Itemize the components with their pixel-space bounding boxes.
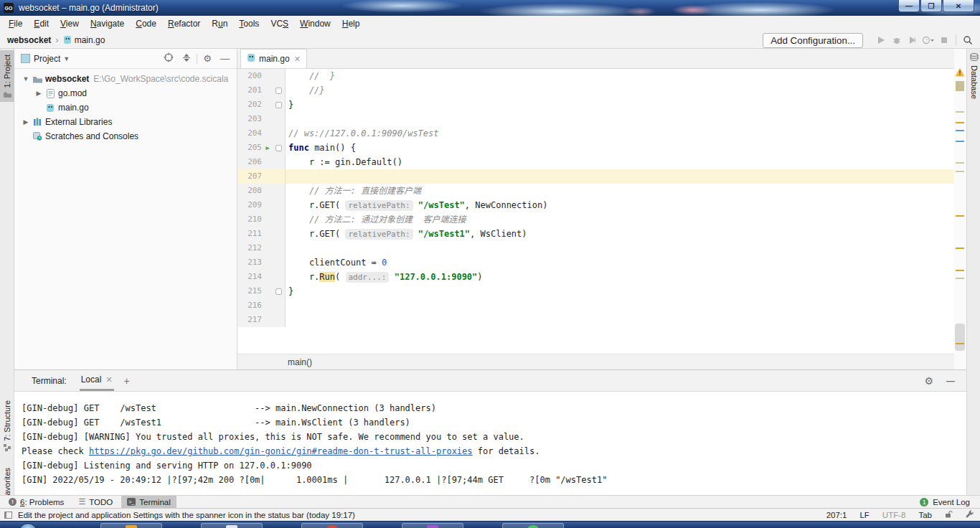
stripe-mark[interactable] xyxy=(956,215,964,217)
code-line-208[interactable]: 208 // 方法一: 直接创建客户端 xyxy=(237,184,955,198)
gutter-line-204[interactable]: 204 xyxy=(237,126,286,141)
start-button[interactable] xyxy=(19,523,37,528)
terminal-settings-gear-icon[interactable]: ⚙ xyxy=(924,375,933,387)
taskbar-app-1[interactable] xyxy=(100,523,162,528)
tree-item-go-mod[interactable]: ▶go.mod xyxy=(14,86,237,100)
gutter-line-215[interactable]: 215 xyxy=(237,284,286,298)
status-message[interactable]: Edit the project and application Setting… xyxy=(18,511,355,519)
add-configuration-button[interactable]: Add Configuration... xyxy=(763,33,863,48)
code-line-206[interactable]: 206 r := gin.Default() xyxy=(237,155,955,169)
code-line-201[interactable]: 201 //} xyxy=(237,83,955,98)
gutter-line-207[interactable]: 207 xyxy=(237,169,286,184)
gutter-line-216[interactable]: 216 xyxy=(237,298,286,313)
wrench-icon[interactable] xyxy=(966,510,974,520)
code-line-207[interactable]: 207 xyxy=(237,169,955,184)
stripe-mark[interactable] xyxy=(956,141,964,142)
code-line-200[interactable]: 200 // } xyxy=(237,69,955,83)
stripe-mark[interactable] xyxy=(956,343,964,344)
terminal-link[interactable]: https://pkg.go.dev/github.com/gin-gonic/… xyxy=(89,446,473,456)
tree-item-main-go[interactable]: main.go xyxy=(14,100,237,115)
code-editor[interactable]: 200 // }201 //}202}203204// ws://127.0.0… xyxy=(237,69,955,354)
stripe-mark[interactable] xyxy=(956,278,964,279)
code-line-213[interactable]: 213 clientCount = 0 xyxy=(237,255,955,270)
code-line-205[interactable]: 205▶func main() { xyxy=(237,141,955,155)
fold-marker-icon[interactable] xyxy=(273,145,283,151)
close-button[interactable]: ✕ xyxy=(943,0,974,12)
gutter-line-208[interactable]: 208 xyxy=(237,184,286,198)
taskbar-app-4[interactable] xyxy=(402,523,463,528)
gutter-line-214[interactable]: 214 xyxy=(237,270,286,284)
indent-style[interactable]: Tab xyxy=(918,511,932,519)
menu-item-code[interactable]: Code xyxy=(130,16,162,31)
menu-item-view[interactable]: View xyxy=(55,16,85,31)
code-line-203[interactable]: 203 xyxy=(237,112,955,126)
menu-item-run[interactable]: Run xyxy=(206,16,233,31)
locate-file-icon[interactable] xyxy=(164,52,174,65)
stripe-mark[interactable] xyxy=(956,171,964,172)
code-line-214[interactable]: 214 r.Run( addr...: "127.0.0.1:9090") xyxy=(237,270,955,284)
stripe-mark[interactable] xyxy=(956,270,964,271)
tool-tab-structure[interactable]: 7: Structure xyxy=(0,400,14,461)
taskbar-app-3[interactable] xyxy=(301,523,363,528)
hide-terminal-icon[interactable]: — xyxy=(946,376,955,386)
lock-icon[interactable] xyxy=(945,510,953,519)
breadcrumb-item-websocket[interactable]: websocket xyxy=(7,35,51,45)
tree-item-websocket[interactable]: ▼websocketE:\Go_WorkSpace\src\code.scica… xyxy=(14,72,237,86)
toolbar-problems[interactable]: ! 6: Problems xyxy=(3,496,70,509)
menu-item-file[interactable]: File xyxy=(3,16,28,31)
close-terminal-tab-icon[interactable]: ✕ xyxy=(105,375,112,385)
gutter-line-213[interactable]: 213 xyxy=(237,255,286,270)
caret-position[interactable]: 207:1 xyxy=(826,511,847,519)
stripe-mark[interactable] xyxy=(956,111,964,113)
stripe-mark[interactable] xyxy=(956,162,964,164)
project-view-selector[interactable]: Project xyxy=(34,54,60,64)
tree-item-scratches-and-consoles[interactable]: Scratches and Consoles xyxy=(14,129,237,143)
stripe-mark[interactable] xyxy=(956,122,964,123)
code-line-215[interactable]: 215} xyxy=(237,284,955,298)
fold-marker-icon[interactable] xyxy=(273,288,283,295)
gutter-line-202[interactable]: 202 xyxy=(237,98,286,112)
tool-window-toggle-icon[interactable] xyxy=(4,512,12,519)
run-main-icon[interactable]: ▶ xyxy=(262,141,273,155)
minimize-button[interactable]: — xyxy=(898,0,920,12)
close-tab-icon[interactable]: ✕ xyxy=(294,55,301,64)
fold-marker-icon[interactable] xyxy=(273,102,283,108)
menu-item-edit[interactable]: Edit xyxy=(28,16,55,31)
tool-tab-database[interactable]: Database xyxy=(967,53,980,99)
fold-marker-icon[interactable] xyxy=(273,88,283,94)
gear-icon[interactable]: ⚙ xyxy=(203,53,212,64)
new-terminal-icon[interactable]: + xyxy=(124,375,130,387)
file-encoding[interactable]: UTF-8 xyxy=(882,511,906,519)
gutter-line-203[interactable]: 203 xyxy=(237,112,286,126)
code-line-216[interactable]: 216 xyxy=(237,298,955,313)
gutter-line-211[interactable]: 211 xyxy=(237,227,286,241)
gutter-line-209[interactable]: 209 xyxy=(237,198,286,212)
hide-panel-icon[interactable]: — xyxy=(220,53,230,64)
code-line-212[interactable]: 212 xyxy=(237,241,955,255)
tool-tab-project[interactable]: 1: Project xyxy=(0,50,14,102)
terminal-console[interactable]: [GIN-debug] GET /wsTest --> main.NewConn… xyxy=(14,392,966,487)
menu-item-navigate[interactable]: Navigate xyxy=(85,16,130,31)
event-log-button[interactable]: 1 Event Log xyxy=(920,498,970,506)
gutter-line-206[interactable]: 206 xyxy=(237,155,286,169)
menu-item-help[interactable]: Help xyxy=(336,16,366,31)
collapse-all-icon[interactable] xyxy=(182,53,191,65)
stripe-mark[interactable] xyxy=(956,248,964,249)
code-line-204[interactable]: 204// ws://127.0.0.1:9090/wsTest xyxy=(237,126,955,141)
code-line-202[interactable]: 202} xyxy=(237,98,955,112)
tree-chevron-icon[interactable]: ▶ xyxy=(33,90,44,97)
menu-item-refactor[interactable]: Refactor xyxy=(162,16,206,31)
menu-item-vcs[interactable]: VCS xyxy=(265,16,294,31)
taskbar-app-2[interactable] xyxy=(201,523,263,528)
menu-item-tools[interactable]: Tools xyxy=(233,16,265,31)
code-line-211[interactable]: 211 r.GET( relativePath: "/wsTest1", WsC… xyxy=(237,227,955,241)
stripe-mark[interactable] xyxy=(956,130,964,131)
line-separator[interactable]: LF xyxy=(859,511,869,519)
gutter-line-217[interactable]: 217 xyxy=(237,313,286,327)
gutter-line-212[interactable]: 212 xyxy=(237,241,286,255)
menu-item-window[interactable]: Window xyxy=(294,16,336,31)
breadcrumb-main[interactable]: main() xyxy=(288,357,312,367)
tab-main-go[interactable]: main.go ✕ xyxy=(240,49,307,68)
tree-chevron-icon[interactable]: ▼ xyxy=(20,75,32,82)
breadcrumb-item-main-go[interactable]: main.go xyxy=(75,35,105,45)
